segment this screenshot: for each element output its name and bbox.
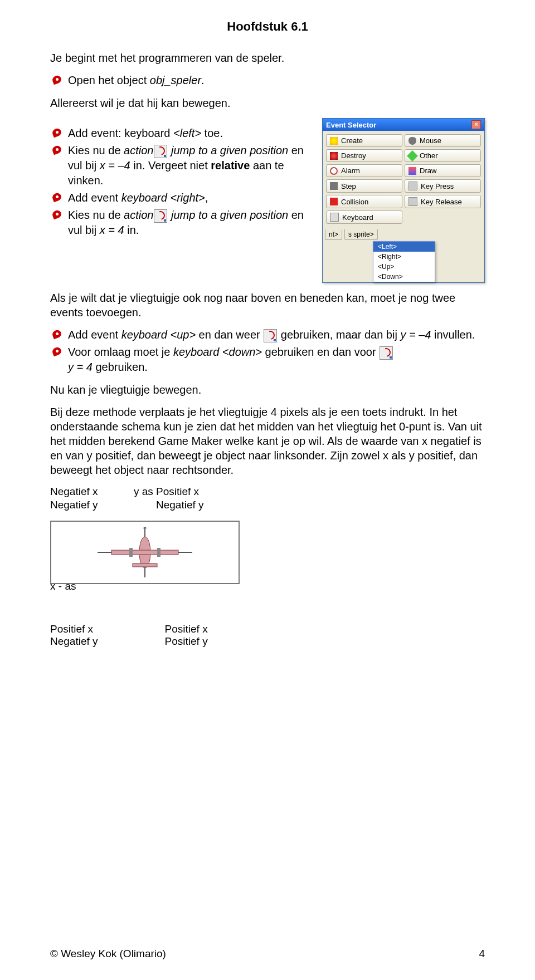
text: Add event: keyboard xyxy=(68,127,173,139)
jump-to-position-icon xyxy=(264,329,277,342)
axis-diagram: Negatief xNegatief y y as Positief xNega… xyxy=(50,485,485,613)
paragraph-explain: Bij deze methode verplaats je het vliegt… xyxy=(50,405,485,477)
text: jump to a given position xyxy=(168,209,288,221)
page-number: 4 xyxy=(479,948,485,960)
quad-top-left: Negatief xNegatief y xyxy=(50,485,134,518)
bullet-add-up: Add event keyboard <up> en dan weer gebr… xyxy=(50,327,485,342)
value-x: x = –4 xyxy=(100,159,130,171)
svg-marker-2 xyxy=(143,527,147,528)
label: Key Press xyxy=(421,182,454,190)
label: Alarm xyxy=(341,166,360,175)
relative-label: relative xyxy=(211,159,250,171)
svg-rect-6 xyxy=(129,548,133,557)
diamond-icon xyxy=(407,150,418,161)
svg-rect-5 xyxy=(133,564,157,567)
event-other-button[interactable]: Other xyxy=(405,149,481,162)
bullet-open-object: Open het object obj_speler. xyxy=(50,73,485,88)
submenu-item-left[interactable]: <Left> xyxy=(373,242,435,252)
footer-author: © Wesley Kok (Olimario) xyxy=(50,948,166,960)
jump-to-position-icon xyxy=(154,209,167,223)
text: Kies nu de xyxy=(68,209,124,221)
intro-paragraph: Je begint met het programmeren van de sp… xyxy=(50,51,485,65)
bullet-add-down: Voor omlaag moet je keyboard <down> gebr… xyxy=(50,345,485,375)
value-y: y = 4 xyxy=(68,361,95,373)
keyboard-icon xyxy=(330,213,339,222)
text: , xyxy=(205,192,208,204)
destroy-icon xyxy=(330,152,338,160)
svg-rect-7 xyxy=(157,548,160,557)
event-keyrelease-button[interactable]: Key Release xyxy=(405,195,481,208)
lightbulb-icon xyxy=(330,137,338,145)
jump-to-position-icon xyxy=(154,145,167,158)
event-step-button[interactable]: Step xyxy=(326,179,402,193)
event-selector-titlebar: Event Selector × xyxy=(323,119,484,131)
label: Mouse xyxy=(420,136,441,145)
text: Add event xyxy=(68,192,121,204)
mouse-icon xyxy=(408,137,416,145)
text: jump to a given position xyxy=(168,144,288,156)
text: action xyxy=(124,209,153,221)
keypress-icon xyxy=(408,182,417,190)
key-left: <left> xyxy=(173,127,201,139)
text: action xyxy=(124,144,153,156)
fragment-tab: nt> xyxy=(325,229,342,240)
text: Add event xyxy=(68,329,121,341)
keyrelease-icon xyxy=(408,197,417,206)
value-x: x = 4 xyxy=(100,224,127,236)
event-keyboard-button[interactable]: Keyboard xyxy=(326,210,402,224)
step-icon xyxy=(330,182,338,190)
fragment-tab: s sprite> xyxy=(344,229,378,240)
paragraph-move: Allereerst wil je dat hij kan bewegen. xyxy=(50,96,485,110)
text: Voor omlaag moet je xyxy=(68,346,173,358)
label: Draw xyxy=(420,166,436,175)
label: Create xyxy=(341,136,363,145)
text: invullen. xyxy=(431,329,475,341)
jump-to-position-icon xyxy=(380,346,393,360)
draw-icon xyxy=(408,167,416,175)
paragraph-updown: Als je wilt dat je vliegtuigje ook nog n… xyxy=(50,291,485,320)
key-right: <right> xyxy=(170,192,205,204)
event-mouse-button[interactable]: Mouse xyxy=(405,134,481,147)
bullet-action-left: Kies nu de action jump to a given positi… xyxy=(50,143,312,188)
key-down: keyboard <down> xyxy=(173,346,265,358)
text: en dan weer xyxy=(196,329,263,341)
text: . xyxy=(201,74,205,86)
submenu-item-up[interactable]: <Up> xyxy=(373,262,435,272)
text: gebruiken. xyxy=(95,361,147,373)
svg-rect-4 xyxy=(111,550,178,555)
label: Step xyxy=(341,182,356,190)
submenu-item-right[interactable]: <Right> xyxy=(373,252,435,262)
event-collision-button[interactable]: Collision xyxy=(326,195,402,208)
window-title: Event Selector xyxy=(326,121,376,129)
text: in. xyxy=(127,224,139,236)
keyboard-submenu: <Left> <Right> <Up> <Down> xyxy=(373,241,435,282)
label: Key Release xyxy=(421,198,462,206)
text: in. Vergeet niet xyxy=(130,159,211,171)
submenu-item-down[interactable]: <Down> xyxy=(373,272,435,282)
clock-icon xyxy=(330,167,338,175)
chapter-title: Hoofdstuk 6.1 xyxy=(50,19,485,34)
bullet-action-right: Kies nu de action jump to a given positi… xyxy=(50,208,312,238)
text: toe. xyxy=(201,127,223,139)
label: Destroy xyxy=(341,151,366,160)
bullet-add-right: Add event keyboard <right>, xyxy=(50,190,312,205)
event-draw-button[interactable]: Draw xyxy=(405,164,481,177)
event-keypress-button[interactable]: Key Press xyxy=(405,179,481,193)
event-create-button[interactable]: Create xyxy=(326,134,402,147)
label: Keyboard xyxy=(342,213,373,222)
text: gebruiken, maar dan bij xyxy=(278,329,400,341)
y-axis-label: y as xyxy=(134,485,156,518)
event-selector-window: Event Selector × Create Mouse Destroy Ot… xyxy=(322,118,485,283)
event-destroy-button[interactable]: Destroy xyxy=(326,149,402,162)
label: Collision xyxy=(341,198,368,206)
label: Other xyxy=(420,151,438,160)
plane-icon xyxy=(98,527,192,577)
close-icon[interactable]: × xyxy=(471,120,481,129)
object-name: obj_speler xyxy=(150,74,201,86)
quad-bottom-left: Positief xNegatief y xyxy=(50,623,98,648)
key-up: keyboard <up> xyxy=(121,329,196,341)
value-y: y = –4 xyxy=(400,329,431,341)
bullet-add-left: Add event: keyboard <left> toe. xyxy=(50,126,312,141)
text: keyboard xyxy=(121,192,171,204)
event-alarm-button[interactable]: Alarm xyxy=(326,164,402,177)
